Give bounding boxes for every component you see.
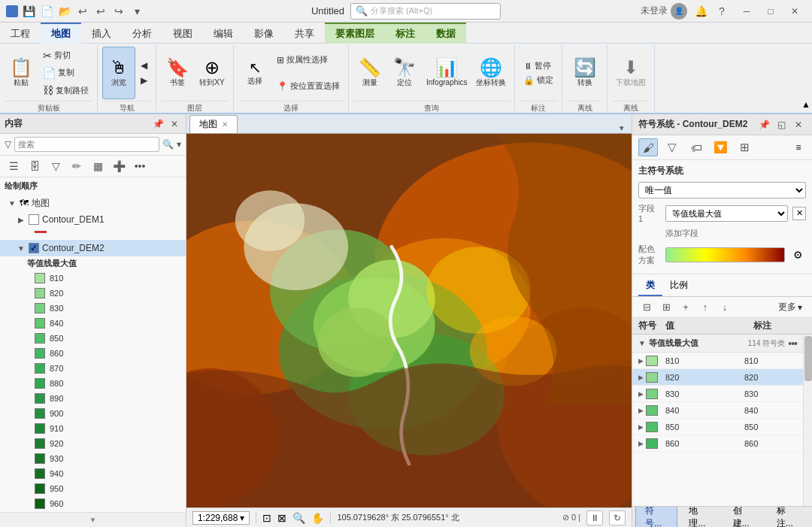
map-view-tab[interactable]: 地图 ✕: [189, 115, 238, 133]
sp-row-850[interactable]: ▶ 850 850: [632, 419, 803, 435]
copy-path-btn[interactable]: ⛓复制路径: [39, 83, 92, 98]
val-810[interactable]: 810: [0, 271, 186, 286]
val-870[interactable]: 870: [0, 361, 186, 376]
refresh-btn[interactable]: ↻: [609, 510, 626, 525]
sp-row-830[interactable]: ▶ 830 830: [632, 386, 803, 402]
close-btn[interactable]: ✕: [783, 3, 806, 20]
tab-label[interactable]: 标注: [385, 23, 426, 44]
undo-btn[interactable]: ↩: [75, 4, 90, 19]
val-890[interactable]: 890: [0, 391, 186, 406]
back-btn[interactable]: ◀: [137, 59, 151, 72]
sp-swatch-840[interactable]: [646, 405, 658, 416]
sp-field1-select[interactable]: 等值线最大值: [665, 205, 788, 222]
sp-tab-scale[interactable]: 比例: [662, 276, 695, 296]
check-dem1[interactable]: [29, 214, 39, 225]
dropdown-btn[interactable]: ▾: [129, 4, 144, 19]
pause-btn[interactable]: ⏸暂停: [520, 59, 557, 73]
bottom-tab-symbol[interactable]: 符号...: [635, 506, 677, 527]
transform-btn[interactable]: 🔄 转换: [568, 47, 601, 99]
sp-close-btn[interactable]: ✕: [791, 117, 806, 132]
sp-row-820[interactable]: ▶ 820 820: [632, 369, 803, 386]
loc-select-btn[interactable]: 📍按位置置选择: [273, 79, 344, 93]
notification-btn[interactable]: 🔔: [693, 4, 708, 19]
tab-data[interactable]: 数据: [426, 23, 466, 44]
goto-xy-btn[interactable]: ⊕ 转到XY: [195, 47, 229, 99]
user-area[interactable]: 未登录 👤: [641, 3, 687, 20]
help-btn[interactable]: ?: [714, 4, 729, 19]
measure-btn[interactable]: 📏 测量: [353, 47, 386, 99]
zoom-btn[interactable]: 🔍: [292, 512, 305, 524]
full-extent-btn[interactable]: ⊠: [277, 512, 286, 524]
val-880[interactable]: 880: [0, 376, 186, 391]
expand-map-icon[interactable]: ▼: [8, 198, 17, 207]
add-btn[interactable]: ➕: [110, 158, 128, 174]
sp-more-btn[interactable]: 更多 ▾: [774, 299, 806, 315]
sp-group-row[interactable]: ▼ 等值线最大值 114 符号类 •••: [632, 335, 803, 353]
tree-item-map[interactable]: ▼ 🗺 地图: [0, 195, 186, 211]
check-dem2[interactable]: ✓: [29, 243, 39, 253]
select-btn[interactable]: ↖ 选择: [238, 47, 271, 99]
val-940[interactable]: 940: [0, 466, 186, 481]
panel-close-btn[interactable]: ✕: [168, 117, 181, 131]
sp-tool-filter[interactable]: ▽: [662, 138, 682, 156]
db-view-btn[interactable]: 🗄: [26, 158, 44, 174]
val-930[interactable]: 930: [0, 451, 186, 466]
tab-imagery[interactable]: 影像: [244, 23, 284, 44]
tree-item-dem1[interactable]: ▶ Contour_DEM1: [0, 211, 186, 228]
val-960[interactable]: 960: [0, 496, 186, 511]
tab-project[interactable]: 工程: [0, 23, 41, 44]
sp-float-btn[interactable]: ◱: [774, 117, 789, 132]
lock-btn[interactable]: 🔒锁定: [520, 73, 557, 87]
browse-btn[interactable]: 🖱 浏览: [102, 47, 135, 99]
tab-map[interactable]: 地图: [41, 23, 81, 44]
search-icon[interactable]: 🔍: [162, 139, 174, 150]
tab-view[interactable]: 视图: [162, 23, 203, 44]
val-850[interactable]: 850: [0, 331, 186, 346]
maximize-btn[interactable]: □: [759, 3, 782, 20]
list-view-btn[interactable]: ☰: [5, 158, 23, 174]
pin-btn[interactable]: 📌: [151, 117, 165, 131]
redo-btn[interactable]: ↪: [111, 4, 126, 19]
locate-btn[interactable]: 🔭 定位: [388, 47, 421, 99]
val-920[interactable]: 920: [0, 436, 186, 451]
minimize-btn[interactable]: ─: [735, 3, 758, 20]
paste-btn[interactable]: 📋 粘贴: [5, 47, 38, 99]
bottom-tab-label[interactable]: 标注...: [767, 506, 809, 527]
val-830[interactable]: 830: [0, 301, 186, 316]
sp-row-840[interactable]: ▶ 840 840: [632, 402, 803, 419]
tab-analysis[interactable]: 分析: [122, 23, 162, 44]
sp-tool-layers[interactable]: ⊞: [735, 138, 754, 156]
sp-group-dots[interactable]: •••: [788, 338, 797, 350]
map-tab-close-btn[interactable]: ✕: [222, 120, 228, 129]
attr-select-btn[interactable]: ⊞按属性选择: [273, 53, 344, 67]
global-search-box[interactable]: 🔍 分享搜索 (Alt+Q): [350, 3, 501, 20]
ribbon-collapse[interactable]: ▲: [800, 45, 812, 111]
pause-status-btn[interactable]: ⏸: [586, 510, 603, 525]
sp-swatch-820[interactable]: [646, 372, 658, 383]
sp-swatch-830[interactable]: [646, 389, 658, 399]
sp-swatch-860[interactable]: [646, 438, 658, 449]
scale-selector[interactable]: 1:229,688 ▾: [192, 511, 250, 525]
coord-transform-btn[interactable]: 🌐 坐标转换: [472, 47, 510, 99]
new-btn[interactable]: 📄: [39, 4, 54, 19]
sp-tt-down-btn[interactable]: ↓: [717, 300, 733, 315]
undo-btn2[interactable]: ↩: [93, 4, 108, 19]
cut-btn[interactable]: ✂剪切: [39, 48, 92, 63]
val-900[interactable]: 900: [0, 406, 186, 421]
map-dropdown-btn[interactable]: ▾: [615, 123, 629, 133]
sp-tt-add-btn[interactable]: +: [677, 300, 694, 315]
sp-tool-symbology[interactable]: 🖌: [638, 138, 658, 156]
contents-search-input[interactable]: [14, 137, 159, 152]
sp-color-strip[interactable]: [665, 247, 785, 262]
open-btn[interactable]: 📂: [57, 4, 72, 19]
expand-dem1-icon[interactable]: ▶: [17, 215, 26, 224]
sp-scrollthumb[interactable]: [804, 336, 812, 381]
sp-add-field-btn[interactable]: 添加字段: [638, 228, 806, 239]
sp-tool-filter2[interactable]: 🔽: [710, 138, 730, 156]
sp-tab-class[interactable]: 类: [638, 276, 662, 296]
sp-tt-paste-btn[interactable]: ⊞: [658, 300, 674, 315]
tree-item-dem2[interactable]: ▼ ✓ Contour_DEM2: [0, 240, 186, 256]
val-860[interactable]: 860: [0, 346, 186, 361]
sp-group-expand-icon[interactable]: ▼: [638, 339, 646, 347]
filter-btn[interactable]: ▽: [47, 158, 65, 174]
